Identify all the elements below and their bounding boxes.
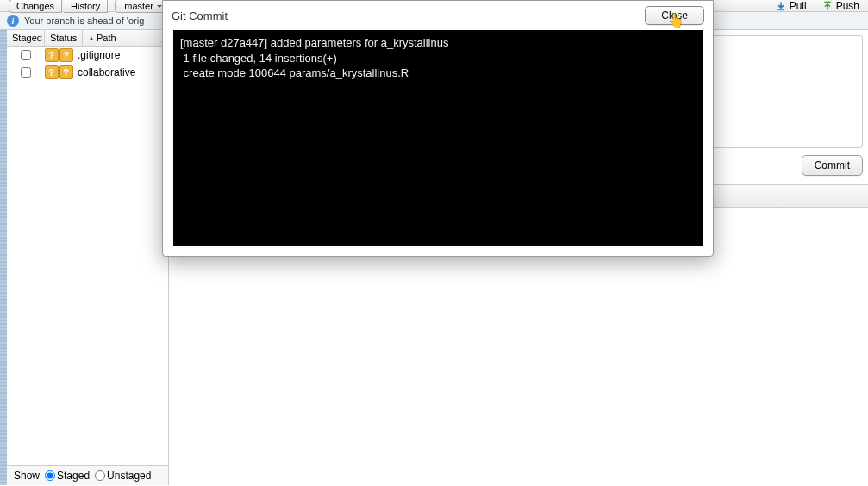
col-header-staged[interactable]: Staged [7,30,45,46]
terminal-line: [master d27a447] added parameters for a_… [180,36,448,49]
branch-status-text: Your branch is ahead of 'orig [24,16,144,26]
push-button[interactable]: Push [822,0,859,12]
radio-unstaged-input[interactable] [95,470,105,481]
radio-staged[interactable]: Staged [45,470,90,482]
status-unknown-icon: ? [45,48,59,62]
file-list: ? ? .gitignore ? ? collaborative [7,47,168,465]
tab-history[interactable]: History [64,0,108,13]
show-filter-bar: Show Staged Unstaged [7,465,168,485]
staged-files-panel: Staged Status ▲ Path ? ? .gitignore [0,30,169,485]
radio-staged-input[interactable] [45,470,55,481]
file-row[interactable]: ? ? .gitignore [7,47,168,64]
status-badges: ? ? [40,65,78,79]
gutter-strip [0,30,7,485]
git-commit-result-modal: Git Commit Close [master d27a447] added … [162,0,714,257]
tab-changes[interactable]: Changes [9,0,62,13]
sort-asc-icon: ▲ [88,34,95,42]
branch-label: master [124,1,153,11]
file-table-header: Staged Status ▲ Path [7,30,168,47]
pull-button[interactable]: Pull [776,0,807,12]
commit-button[interactable]: Commit [802,155,863,176]
terminal-line: create mode 100644 params/a_krystallinus… [180,66,409,79]
push-arrow-up-icon [822,1,833,11]
col-header-status[interactable]: Status [45,30,83,46]
pull-label: Pull [790,0,807,12]
status-unknown-icon: ? [59,65,73,79]
status-unknown-icon: ? [45,65,59,79]
close-button[interactable]: Close [645,6,704,25]
radio-staged-label: Staged [57,470,90,482]
show-label: Show [14,470,40,482]
col-header-path-label: Path [97,33,116,43]
stage-checkbox[interactable] [21,50,31,60]
status-unknown-icon: ? [59,48,73,62]
modal-title: Git Commit [172,9,228,22]
col-header-path[interactable]: ▲ Path [83,30,168,46]
file-name: .gitignore [78,49,163,61]
push-label: Push [836,0,859,12]
pull-arrow-down-icon [776,1,786,11]
stage-checkbox[interactable] [21,67,31,78]
radio-unstaged[interactable]: Unstaged [95,470,151,482]
file-name: collaborative [78,66,163,78]
branch-dropdown[interactable]: master [115,0,166,13]
status-badges: ? ? [40,48,78,62]
terminal-line: 1 file changed, 14 insertions(+) [180,52,337,65]
info-icon: i [7,15,19,27]
file-row[interactable]: ? ? collaborative [7,64,168,81]
commit-output-terminal: [master d27a447] added parameters for a_… [173,30,703,246]
radio-unstaged-label: Unstaged [107,470,151,482]
